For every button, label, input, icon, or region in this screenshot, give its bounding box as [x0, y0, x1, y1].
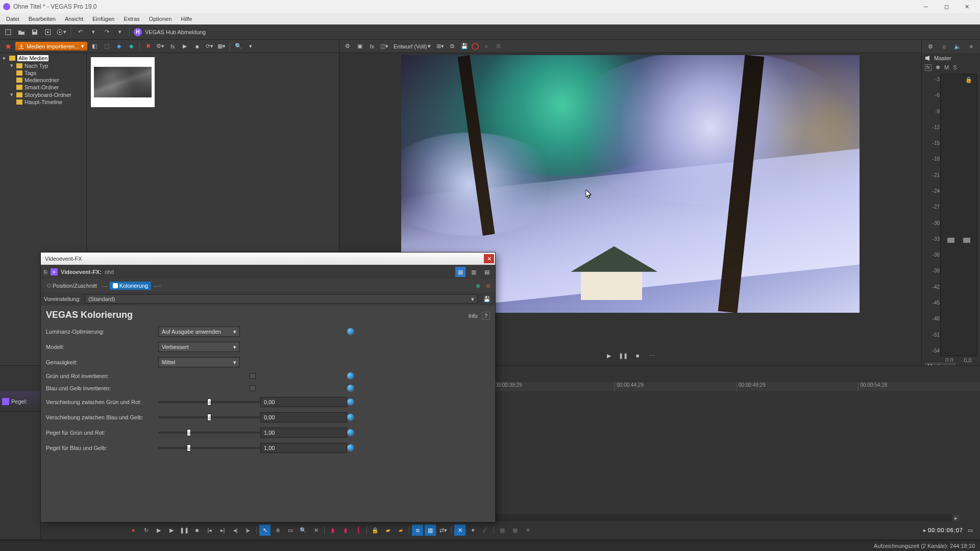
preview-play-icon[interactable]: ▶	[604, 350, 614, 361]
new-project-icon[interactable]	[3, 27, 13, 37]
go-end-button[interactable]: ▸|	[217, 524, 228, 536]
trim-end-icon[interactable]: ▮	[340, 524, 351, 536]
normal-edit-tool[interactable]: ↖	[259, 524, 271, 536]
dim-icon[interactable]: ☼	[939, 41, 949, 52]
fx-help-button[interactable]: ?	[482, 312, 490, 320]
fx-dialog-titlebar[interactable]: Videoevent-FX ✕	[41, 253, 495, 265]
preview-stop-icon[interactable]: ■	[632, 350, 643, 361]
menu-einfuegen[interactable]: Einfügen	[88, 15, 118, 23]
animate-button[interactable]	[347, 328, 354, 335]
save-icon[interactable]	[30, 27, 40, 37]
tree-root[interactable]: ▸Alle Medien	[1, 54, 85, 62]
open-icon[interactable]	[16, 27, 27, 37]
track-header[interactable]: Pegel:	[0, 391, 40, 412]
preview-settings-icon[interactable]: ⚙	[342, 41, 353, 52]
import-media-button[interactable]: Medien importieren...▾	[15, 42, 87, 51]
zoom-tool[interactable]: 🔍	[298, 524, 309, 536]
media-fx-icon[interactable]: fx	[167, 41, 178, 52]
animate-button[interactable]	[347, 444, 354, 452]
overlay-icon[interactable]: ⊞▾	[435, 41, 445, 52]
menu-hilfe[interactable]: Hilfe	[177, 15, 196, 23]
lock-events-icon[interactable]: 🔒	[370, 524, 381, 536]
tree-item[interactable]: Smart-Ordner	[1, 84, 85, 91]
mix-button[interactable]: ☄	[480, 524, 491, 536]
view-mode-icon[interactable]: ▦▾	[216, 41, 227, 52]
delete-tool[interactable]: ✕	[310, 524, 322, 536]
toggle-b-icon[interactable]: ≣	[493, 41, 503, 52]
master-mute-button[interactable]: M	[944, 64, 949, 71]
minimize-button[interactable]: ─	[916, 0, 936, 13]
master-meters[interactable]: -3-6-9 -12-15-18 -21-24-27 -30-33-36 -39…	[940, 74, 977, 356]
redo-icon[interactable]: ↷	[102, 27, 112, 37]
properties-icon[interactable]: ▾	[56, 27, 66, 37]
fx-view-grid-button[interactable]: ▦	[455, 267, 465, 277]
shift-gr-slider[interactable]	[158, 397, 260, 407]
play-start-button[interactable]: ▶	[153, 524, 164, 536]
region-icon[interactable]: ▰	[395, 524, 406, 536]
menu-bearbeiten[interactable]: Bearbeiten	[24, 15, 60, 23]
undo-icon[interactable]: ↶	[75, 27, 85, 37]
media-stop-icon[interactable]: ■	[192, 41, 202, 52]
level-by-slider[interactable]	[158, 443, 260, 453]
modell-dropdown[interactable]: Verbessert▾	[158, 342, 240, 352]
auto-crossfade-button[interactable]: ✕	[454, 524, 465, 536]
scroll-right-icon[interactable]: ▸	[952, 514, 960, 521]
preview-quality-dropdown[interactable]: Entwurf (Voll)▾	[391, 43, 433, 49]
record-button[interactable]: ●	[128, 524, 139, 536]
capture-icon[interactable]: ◧	[89, 41, 100, 52]
animate-button[interactable]	[347, 372, 354, 380]
tag-green-icon[interactable]: ◆	[126, 41, 136, 52]
hub-badge-icon[interactable]: H	[134, 28, 142, 36]
step-back-button[interactable]: ◂|	[230, 524, 241, 536]
preview-more-icon[interactable]: ⋯	[647, 350, 657, 361]
invert-gr-checkbox[interactable]	[250, 373, 256, 379]
maximize-button[interactable]: ◻	[936, 0, 957, 13]
tag-blue-icon[interactable]: ◆	[114, 41, 124, 52]
lock-icon[interactable]: 🔒	[965, 77, 973, 85]
fx-view-list-button[interactable]: ▥	[469, 267, 479, 277]
level-by-value[interactable]: 1,00	[260, 443, 347, 453]
trim-start-icon[interactable]: ▮	[327, 524, 338, 536]
fader-handles[interactable]	[943, 238, 974, 243]
go-start-button[interactable]: |◂	[204, 524, 215, 536]
marker-icon[interactable]: ▰	[382, 524, 394, 536]
close-button[interactable]: ✕	[957, 0, 977, 13]
render-icon[interactable]	[43, 27, 53, 37]
media-play-icon[interactable]: ▶	[180, 41, 190, 52]
tree-item[interactable]: Haupt-Timeline	[1, 98, 85, 106]
pause-button[interactable]: ❚❚	[179, 524, 190, 536]
tree-item[interactable]: Tags	[1, 69, 85, 77]
get-media-icon[interactable]: ⬚	[102, 41, 112, 52]
save-preset-icon[interactable]: 💾	[482, 294, 492, 304]
fx-view-compact-button[interactable]: ▤	[482, 267, 492, 277]
quantize-button[interactable]: ▥	[425, 524, 436, 536]
scopes-icon[interactable]	[472, 43, 479, 50]
animate-button[interactable]	[347, 429, 354, 436]
shift-gr-value[interactable]: 0,00	[260, 397, 347, 407]
menu-optionen[interactable]: Optionen	[145, 15, 176, 23]
shift-by-value[interactable]: 0,00	[260, 412, 347, 422]
output-fx-icon[interactable]: fx	[367, 41, 377, 52]
autoripple-button[interactable]: ⇄▾	[437, 524, 449, 536]
invert-by-checkbox[interactable]	[250, 385, 256, 391]
automation-button[interactable]: ✦	[467, 524, 478, 536]
fx-remove-button[interactable]: ⊖	[484, 282, 492, 290]
remove-media-icon[interactable]: ▣	[3, 41, 13, 52]
play-button[interactable]: ▶	[166, 524, 177, 536]
loop-button[interactable]: ↻	[140, 524, 152, 536]
master-solo-button[interactable]: S	[953, 64, 957, 71]
external-monitor-icon[interactable]: ▣	[355, 41, 365, 52]
tree-item[interactable]: ▾Nach Typ	[1, 62, 85, 69]
fx-node-pancrop[interactable]: Position/Zuschnitt	[44, 282, 100, 290]
shift-by-slider[interactable]	[158, 412, 260, 422]
menu-datei[interactable]: Datei	[2, 15, 23, 23]
hub-label[interactable]: VEGAS Hub Abmeldung	[145, 29, 206, 35]
fx-affects-icon[interactable]: ⎘	[44, 269, 47, 275]
fx-add-button[interactable]: ⊕	[474, 282, 482, 290]
menu-ansicht[interactable]: Ansicht	[61, 15, 87, 23]
toggle-a-icon[interactable]: ≡	[481, 41, 491, 52]
animate-button[interactable]	[347, 398, 354, 406]
animate-button[interactable]	[347, 414, 354, 421]
preview-pause-icon[interactable]: ❚❚	[618, 350, 628, 361]
media-refresh-icon[interactable]: ⟳▾	[204, 41, 214, 52]
